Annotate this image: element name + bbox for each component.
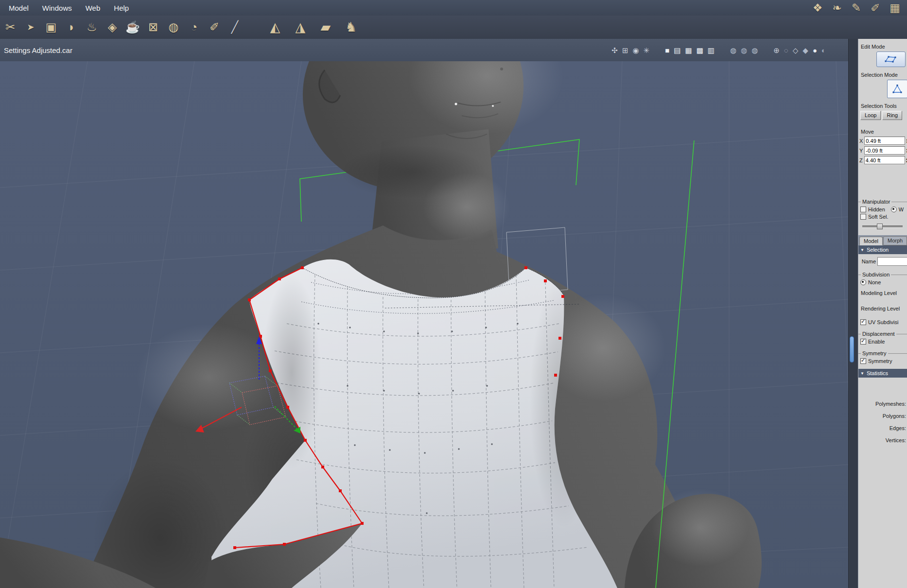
symmetry-checkbox-label: Symmetry — [868, 358, 892, 364]
multi-pose-tool-icon[interactable]: ❖ — [813, 0, 823, 16]
hidden-label: Hidden — [868, 207, 885, 212]
bend-modifier-tool-icon[interactable]: ◭ — [262, 19, 288, 35]
slider-thumb[interactable] — [877, 224, 883, 229]
sphere-primitive-tool-icon[interactable]: ◍ — [163, 20, 184, 34]
right-panel: Edit Mode Selection Mode Selection Tools… — [858, 39, 907, 588]
wrap-tool-icon[interactable]: ◔ — [184, 20, 204, 34]
burst-icon[interactable]: ✳ — [644, 47, 650, 54]
subdivision-divider: Subdivision — [858, 272, 907, 277]
shading-smooth-icon[interactable]: ◍ — [741, 47, 747, 54]
viewport-canvas[interactable] — [0, 61, 848, 588]
tab-model[interactable]: Model — [859, 237, 883, 245]
loop-button[interactable]: Loop — [860, 111, 881, 120]
triangle-select-icon — [892, 84, 903, 94]
wire-quad-icon — [884, 55, 898, 63]
layout-grid4-icon[interactable]: ▦ — [685, 47, 692, 54]
statistics-section-header[interactable]: ▼ Statistics — [858, 369, 907, 378]
selection-mode-label: Selection Mode — [861, 72, 907, 78]
manipulator-divider: Manipulator — [858, 199, 907, 205]
pen-line-tool-icon[interactable]: ✐ — [204, 20, 225, 34]
modifier-tool-group: ◭ ◮ ▰ ♞ — [262, 19, 364, 35]
y-axis-label: Y — [859, 148, 863, 154]
viewport[interactable] — [0, 61, 848, 588]
world-label: W — [899, 207, 904, 212]
uv-subdivision-label: UV Subdivisi — [868, 319, 898, 325]
name-label: Name — [859, 259, 876, 264]
point-edit-tool-icon[interactable]: ➤ — [20, 22, 41, 33]
menu-windows[interactable]: Windows — [35, 4, 79, 12]
layout-grid6-icon[interactable]: ▩ — [697, 47, 703, 54]
tab-morph[interactable]: Morph — [883, 236, 907, 245]
world-radio[interactable] — [891, 207, 897, 212]
layout-rows-icon[interactable]: ▤ — [674, 47, 680, 54]
extrude-tool-icon[interactable]: ◈ — [102, 20, 122, 34]
shading-flat-icon[interactable]: ◍ — [730, 47, 736, 54]
edit-mode-button[interactable] — [876, 52, 906, 67]
menu-help[interactable]: Help — [107, 4, 136, 12]
grid-panel-tool-icon[interactable]: ▦ — [890, 0, 900, 16]
subdivision-none-label: None — [868, 279, 881, 285]
lathe-tool-icon[interactable]: ☕ — [122, 20, 143, 34]
draw-tool-icon[interactable]: ✎ — [852, 0, 861, 16]
sweep-modifier-tool-icon[interactable]: ▰ — [313, 19, 338, 35]
menu-right-tools: ❖ ❧ ✎ ✐ ▦ — [813, 0, 907, 16]
marquee-select-tool-icon[interactable]: ▣ — [41, 20, 61, 34]
polymeshes-label: Polymeshes: — [858, 398, 906, 410]
rendering-level-label: Rendering Level — [861, 306, 907, 311]
panel-tabs: Model Morph — [858, 235, 907, 245]
displacement-enable-checkbox[interactable]: ✓ — [860, 339, 866, 345]
delete-face-tool-icon[interactable]: ⊠ — [143, 20, 163, 34]
edit-mode-label: Edit Mode — [861, 44, 907, 50]
move-z-input[interactable] — [864, 156, 905, 164]
splitter-handle[interactable] — [850, 336, 854, 363]
solid-cube-icon[interactable]: ◆ — [802, 47, 808, 54]
weld-tool-icon[interactable]: ♨ — [82, 20, 102, 34]
x-axis-label: X — [859, 138, 863, 144]
soft-selection-label: Soft Sel. — [868, 214, 889, 220]
freehand-line-tool-icon[interactable]: ╱ — [225, 20, 245, 34]
displacement-divider: Displacement — [858, 331, 907, 337]
pen-tool-icon[interactable]: ✐ — [871, 0, 880, 16]
selection-section-header[interactable]: ▼ Selection — [858, 245, 907, 254]
panel-splitter — [848, 39, 858, 588]
white-sphere-icon[interactable]: ● — [813, 47, 817, 54]
gray-sphere-icon[interactable]: ◐ — [821, 47, 826, 54]
ring-button[interactable]: Ring — [882, 111, 902, 120]
collapse-triangle-icon: ▼ — [860, 248, 864, 252]
viewport-titlebar: Settings Adjusted.car ✣ ⊞ ◉ ✳ ■ ▤ ▦ ▩ ▥ … — [0, 39, 848, 62]
move-y-input[interactable] — [864, 146, 905, 155]
target-icon[interactable]: ◉ — [633, 47, 639, 54]
twist-modifier-tool-icon[interactable]: ◮ — [288, 19, 313, 35]
move-x-input[interactable] — [864, 137, 905, 145]
selection-mode-button[interactable] — [887, 80, 907, 98]
symmetry-divider: Symmetry — [858, 350, 907, 356]
menu-web[interactable]: Web — [79, 4, 107, 12]
main-toolbar: ✂ ➤ ▣ ◗ ♨ ◈ ☕ ⊠ ◍ ◔ ✐ ╱ ◭ ◮ ▰ ♞ — [0, 16, 907, 39]
soft-selection-checkbox[interactable] — [860, 214, 866, 220]
deform-modifier-tool-icon[interactable]: ♞ — [338, 19, 364, 35]
dashed-circle-icon[interactable]: ◌ — [784, 47, 788, 54]
vertices-label: Vertices: — [858, 434, 906, 447]
displacement-enable-label: Enable — [868, 339, 885, 345]
z-axis-label: Z — [859, 157, 863, 163]
shading-textured-icon[interactable]: ◍ — [751, 47, 758, 54]
document-title: Settings Adjusted.car — [0, 46, 72, 54]
layout-single-icon[interactable]: ■ — [665, 47, 669, 54]
vertex-snap-icon[interactable]: ✣ — [611, 47, 618, 54]
scissors-tool-icon[interactable]: ✂ — [0, 20, 20, 34]
name-input[interactable] — [877, 257, 907, 266]
soft-selection-slider[interactable] — [862, 224, 903, 228]
fill-tool-icon[interactable]: ❧ — [832, 0, 841, 16]
wire-cube-icon[interactable]: ◇ — [793, 47, 799, 54]
grid-snap-icon[interactable]: ⊞ — [622, 47, 628, 54]
orbit-icon[interactable]: ⊕ — [773, 47, 780, 54]
dome-tool-icon[interactable]: ◗ — [61, 20, 82, 34]
layout-cols-icon[interactable]: ▥ — [708, 47, 715, 54]
subdivision-none-radio[interactable] — [860, 279, 866, 285]
menu-model[interactable]: Model — [0, 4, 35, 12]
symmetry-checkbox[interactable]: ✓ — [860, 358, 866, 364]
uv-subdivision-checkbox[interactable]: ✓ — [860, 319, 866, 325]
hidden-checkbox[interactable] — [860, 207, 866, 212]
selection-tools-label: Selection Tools — [861, 103, 907, 109]
collapse-triangle-icon: ▼ — [860, 371, 864, 376]
